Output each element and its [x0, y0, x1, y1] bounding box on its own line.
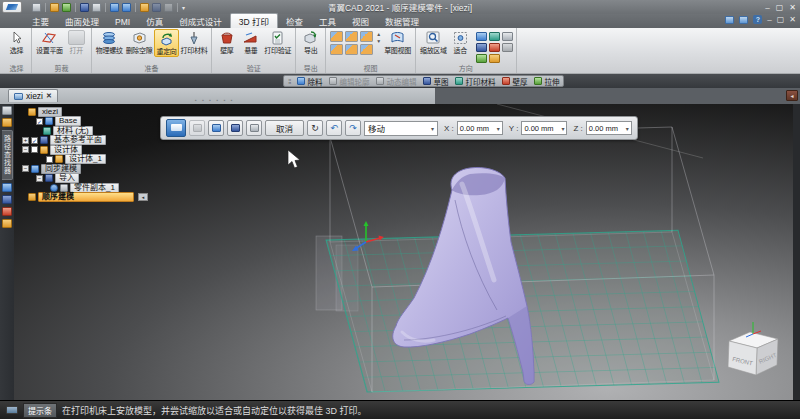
- z-input[interactable]: 0.00 mm ▾: [586, 121, 632, 135]
- set-plane-button[interactable]: 设置平面: [35, 29, 64, 55]
- import-icon[interactable]: [62, 3, 71, 12]
- key-icon[interactable]: [2, 118, 12, 127]
- tree-row-ordered[interactable]: 顺序建模 ◂: [16, 193, 176, 203]
- list-icon[interactable]: [725, 16, 734, 24]
- tab-inspect[interactable]: 检查: [278, 14, 311, 28]
- tree-row-import[interactable]: − 导入: [16, 174, 176, 184]
- sensors-icon[interactable]: [2, 207, 12, 216]
- undo-icon[interactable]: [152, 3, 161, 12]
- wall-thickness-button[interactable]: 壁厚: [215, 29, 238, 55]
- tree-row-base[interactable]: ✓ Base: [16, 117, 176, 127]
- checkbox-unchecked[interactable]: [31, 146, 38, 153]
- view-front-icon[interactable]: [345, 31, 358, 42]
- select-button[interactable]: 选择: [5, 29, 28, 55]
- reorient-button[interactable]: 重定向: [154, 29, 178, 57]
- view-right-icon[interactable]: [360, 31, 373, 42]
- extrude-button[interactable]: 拉伸: [534, 76, 559, 87]
- print-material-quick-button[interactable]: 打印材料: [455, 76, 495, 87]
- command-option-icon-1[interactable]: [189, 120, 205, 136]
- tab-close-icon[interactable]: ✕: [46, 92, 52, 100]
- delete-voids-button[interactable]: 删除空隙: [125, 29, 154, 55]
- zoom-area-button[interactable]: 缩放区域: [419, 29, 448, 55]
- minimize-button[interactable]: –: [765, 3, 769, 12]
- tab-simulation[interactable]: 仿真: [138, 14, 171, 28]
- preview-icon[interactable]: [110, 3, 119, 12]
- tab-data-management[interactable]: 数据管理: [377, 14, 427, 28]
- tab-surfacing[interactable]: 曲面处理: [57, 14, 107, 28]
- edit-profile-button[interactable]: 编辑轮廓: [329, 76, 369, 87]
- shaded-view-icon[interactable]: [489, 43, 500, 52]
- new-file-icon[interactable]: [32, 3, 41, 12]
- expander-closed[interactable]: +: [22, 137, 29, 144]
- export-button[interactable]: 导出: [299, 29, 322, 55]
- checkbox-checked[interactable]: ✓: [36, 118, 43, 125]
- transform-mode-select[interactable]: 移动 ▾: [364, 121, 438, 136]
- close-button[interactable]: ✕: [789, 3, 796, 12]
- tree-root-row[interactable]: xiezi: [16, 107, 176, 117]
- undo-step-icon[interactable]: ↶: [326, 120, 342, 136]
- tab-generative-design[interactable]: 创成式设计: [171, 14, 230, 28]
- tab-pmi[interactable]: PMI: [107, 16, 138, 28]
- print-validation-button[interactable]: 打印验证: [263, 29, 292, 55]
- view-cube[interactable]: FRONT RIGHT: [728, 322, 778, 375]
- grip-icon[interactable]: ⁞⁞: [288, 77, 290, 86]
- tree-row-ref-planes[interactable]: + ✓ 基本参考平面: [16, 136, 176, 146]
- print-icon[interactable]: [92, 3, 101, 12]
- redo-icon[interactable]: [164, 3, 173, 12]
- family-table-icon[interactable]: [2, 219, 12, 228]
- rotate-view-icon[interactable]: [502, 32, 513, 41]
- look-at-face-icon[interactable]: [476, 43, 487, 52]
- rotate-icon[interactable]: ↻: [307, 120, 323, 136]
- sketch-button[interactable]: 草图: [423, 76, 448, 87]
- wireframe-view-icon[interactable]: [502, 43, 513, 52]
- expander-open[interactable]: −: [22, 165, 29, 172]
- wall-thickness-quick-button[interactable]: 壁厚: [502, 76, 527, 87]
- layers-icon[interactable]: [2, 183, 12, 192]
- doc-close-button[interactable]: ✕: [789, 15, 796, 24]
- pan-icon[interactable]: [489, 32, 500, 41]
- y-input[interactable]: 0.00 mm ▾: [521, 121, 567, 135]
- view-trimetric-icon[interactable]: [360, 44, 373, 55]
- view-dimetric-icon[interactable]: [345, 44, 358, 55]
- cancel-button[interactable]: 取消: [265, 120, 304, 136]
- feature-library-icon[interactable]: [2, 195, 12, 204]
- splitter-handle[interactable]: ▪ ▪ ▪ ▪ ▪ ▪: [195, 97, 235, 103]
- x-input[interactable]: 0.00 mm ▾: [457, 121, 503, 135]
- tab-3d-print[interactable]: 3D 打印: [230, 13, 278, 28]
- style-icon[interactable]: [140, 3, 149, 12]
- dynamic-edit-button[interactable]: 动态编辑: [376, 76, 416, 87]
- perspective-icon[interactable]: [476, 54, 487, 63]
- tab-home[interactable]: 主要: [24, 14, 57, 28]
- app-logo-icon[interactable]: [2, 1, 22, 13]
- qat-dropdown-icon[interactable]: ▾: [182, 4, 185, 11]
- tree-row-synchronous[interactable]: − 同步建模: [16, 164, 176, 174]
- command-option-icon-2[interactable]: [208, 120, 224, 136]
- tab-tools[interactable]: 工具: [311, 14, 344, 28]
- row-collapse-icon[interactable]: ◂: [138, 193, 148, 201]
- fit-button[interactable]: 适合: [449, 29, 472, 55]
- cutout-button[interactable]: 除料: [297, 76, 322, 87]
- save-icon[interactable]: [80, 3, 89, 12]
- redo-step-icon[interactable]: ↷: [345, 120, 361, 136]
- dock-auto-hide-icon[interactable]: [2, 106, 12, 115]
- doc-minimize-button[interactable]: –: [767, 15, 771, 24]
- window-icon[interactable]: [122, 3, 131, 12]
- tab-view[interactable]: 视图: [344, 14, 377, 28]
- view-preset-spinner[interactable]: ▲▼: [376, 31, 381, 44]
- panel-collapse-button[interactable]: ◂: [786, 90, 798, 101]
- print-material-button[interactable]: 打印材料: [180, 29, 209, 55]
- checkbox-unchecked[interactable]: [46, 156, 53, 163]
- maximize-button[interactable]: ▢: [776, 3, 784, 12]
- zoom-icon[interactable]: [476, 32, 487, 41]
- help-icon[interactable]: ?: [753, 15, 762, 24]
- open-file-icon[interactable]: [50, 3, 59, 12]
- open-plane-button[interactable]: 打开: [65, 29, 88, 55]
- view-top-icon[interactable]: [330, 31, 343, 42]
- expander-open[interactable]: −: [36, 175, 43, 182]
- command-option-icon-3[interactable]: [227, 120, 243, 136]
- view-iso-icon[interactable]: [330, 44, 343, 55]
- expander-open[interactable]: −: [22, 146, 29, 153]
- view-overrides-icon[interactable]: [489, 54, 500, 63]
- checkbox-checked[interactable]: ✓: [31, 137, 38, 144]
- viewport-3d[interactable]: FRONT RIGHT 路径查找器: [0, 104, 800, 400]
